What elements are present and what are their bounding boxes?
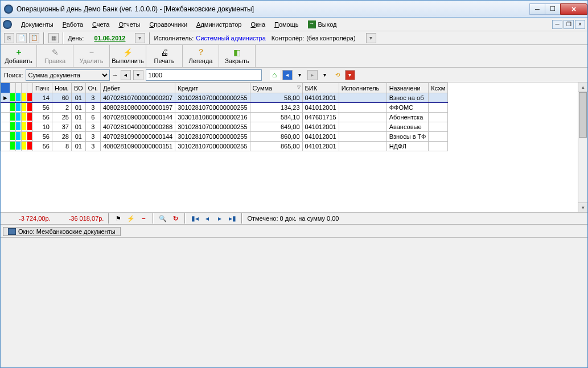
scroll-up-icon[interactable]: ▴ (578, 82, 587, 92)
execute-button[interactable]: ⚡ Выполнить (110, 45, 146, 67)
cell-nom: 28 (52, 132, 72, 142)
bolt-small-icon[interactable]: ⚡ (126, 214, 135, 223)
paste-icon[interactable]: 📄 (17, 33, 27, 43)
sort-asc-icon: ▽ (297, 85, 301, 90)
row-indicator (1, 122, 10, 132)
menu-references[interactable]: Справочники (145, 19, 192, 30)
col-vo[interactable]: ВО (72, 83, 86, 93)
nav-back-icon[interactable]: ◂ (282, 70, 293, 80)
col-nom[interactable]: Ном. (52, 83, 72, 93)
stop-icon[interactable]: ▾ (345, 70, 355, 80)
search-input[interactable] (146, 69, 262, 81)
status-color-2 (22, 113, 27, 122)
minus-icon: － (87, 48, 96, 57)
cell-credit: 30102810700000000255 (175, 142, 250, 151)
home-icon[interactable]: ⌂ (270, 70, 280, 80)
minimize-button[interactable]: ─ (529, 3, 545, 15)
table-row[interactable]: 5680134080281090000000015130102810700000… (1, 142, 448, 151)
performer-value[interactable]: Системный администра (196, 35, 266, 42)
menu-reports[interactable]: Отчеты (114, 19, 145, 30)
refresh-icon[interactable]: ⟲ (332, 70, 343, 80)
col-debit[interactable]: Дебет (100, 83, 175, 93)
scroll-down-icon[interactable]: ▾ (578, 202, 587, 212)
cell-och: 3 (85, 93, 100, 103)
col-pack[interactable]: Пачк (33, 83, 52, 93)
menu-admin[interactable]: Администратор (192, 19, 246, 30)
col-sum[interactable]: Сумма▽ (250, 83, 302, 93)
status-color-1 (16, 122, 22, 132)
legend-button[interactable]: ？ Легенда (183, 45, 219, 67)
window-title: Операционный день Демо Банк (ver. 1.0.0.… (17, 5, 530, 13)
col-credit[interactable]: Кредит (175, 83, 250, 93)
prev-record-icon[interactable]: ◂ (203, 214, 212, 223)
search-label: Поиск: (4, 72, 23, 78)
grid-table[interactable]: Пачк Ном. ВО Оч. Дебет Кредит Сумма▽ БИК… (1, 82, 448, 151)
col-bik[interactable]: БИК (302, 83, 339, 93)
add-button[interactable]: ＋ Добавить (1, 45, 37, 67)
mark-minus-icon[interactable]: − (139, 214, 148, 223)
close-doc-button[interactable]: ◧ Закрыть (219, 45, 256, 67)
system-menu-icon[interactable] (3, 20, 12, 29)
menu-help[interactable]: Помощь (270, 19, 303, 30)
col-purpose[interactable]: Назначени (386, 83, 429, 93)
mdi-minimize[interactable]: ─ (552, 20, 562, 29)
search-dropdown-button[interactable]: ▾ (133, 70, 143, 80)
search-prev-button[interactable]: ◂ (121, 70, 131, 80)
mdi-close[interactable]: × (575, 20, 585, 29)
main-window: Операционный день Демо Банк (ver. 1.0.0.… (0, 0, 588, 368)
col-color2[interactable] (16, 83, 22, 93)
nav-back-menu-icon[interactable]: ▾ (295, 70, 305, 80)
copy-icon[interactable]: ⎘ (4, 33, 14, 43)
table-row[interactable]: ▶146001340702810700000000207301028107000… (1, 93, 448, 103)
col-ksxm[interactable]: Ксхм (429, 83, 448, 93)
cell-credit: 30102810700000000255 (175, 132, 250, 142)
menu-work[interactable]: Работа (58, 19, 88, 30)
menu-documents[interactable]: Документы (17, 19, 58, 30)
first-record-icon[interactable]: ▮◂ (190, 214, 199, 223)
doc-icon[interactable]: 📋 (29, 33, 39, 43)
close-button[interactable]: × (560, 3, 587, 15)
window-tab[interactable]: Окно: Межбанковские документы (3, 227, 121, 236)
cell-credit: 30102810700000000255 (175, 93, 250, 103)
col-color4[interactable] (27, 83, 33, 93)
door-icon: ◧ (233, 48, 242, 57)
status-color-3 (27, 103, 33, 113)
cell-purpose: Абонентска (386, 113, 429, 122)
menu-windows[interactable]: Окна (246, 19, 270, 30)
table-row[interactable]: 5620134080281080000000019730102810700000… (1, 103, 448, 113)
cell-bik: 041012001 (302, 103, 339, 113)
print-button[interactable]: 🖨 Печать (146, 45, 183, 67)
table-row[interactable]: 5625016407028109000000001443030181080000… (1, 113, 448, 122)
table-row[interactable]: 5628013407028109000000001443010281070000… (1, 132, 448, 142)
menu-exit[interactable]: Выход (308, 20, 337, 28)
nav-fwd-menu-icon[interactable]: ▾ (320, 70, 330, 80)
day-label: День: (68, 35, 84, 42)
col-indicator[interactable] (1, 83, 10, 93)
date-value[interactable]: 01.06.2012 (94, 35, 125, 42)
nav-fwd-icon[interactable]: ▸ (307, 70, 318, 80)
table-row[interactable]: 1037013407028104000000002683010281070000… (1, 122, 448, 132)
exit-icon (308, 20, 316, 28)
flag-icon[interactable]: ⚑ (114, 214, 123, 223)
col-performer[interactable]: Исполнитель (339, 83, 386, 93)
col-color1[interactable] (10, 83, 16, 93)
maximize-button[interactable]: ☐ (545, 3, 561, 15)
search-toolbar: Поиск: Сумма документа → ◂ ▾ ⌂ ◂ ▾ ▸ ▾ ⟲… (1, 68, 587, 82)
next-record-icon[interactable]: ▸ (215, 214, 224, 223)
last-record-icon[interactable]: ▸▮ (228, 214, 237, 223)
col-och[interactable]: Оч. (85, 83, 100, 93)
menu-accounts[interactable]: Счета (88, 19, 114, 30)
scroll-thumb[interactable] (579, 92, 587, 138)
vertical-scrollbar[interactable]: ▴ ▾ (578, 82, 587, 212)
date-picker-icon[interactable]: ▾ (135, 33, 145, 43)
refresh-red-icon[interactable]: ↻ (171, 214, 180, 223)
controller-dropdown-icon[interactable]: ▾ (366, 33, 376, 43)
binoculars-icon[interactable]: 🔍 (158, 214, 167, 223)
row-indicator (1, 142, 10, 151)
mdi-restore[interactable]: ❐ (564, 20, 574, 29)
nav-icon[interactable]: ▦ (48, 33, 59, 43)
search-field-select[interactable]: Сумма документа (26, 69, 110, 81)
status-color-3 (27, 122, 33, 132)
col-color3[interactable] (22, 83, 27, 93)
window-icon (8, 228, 16, 235)
